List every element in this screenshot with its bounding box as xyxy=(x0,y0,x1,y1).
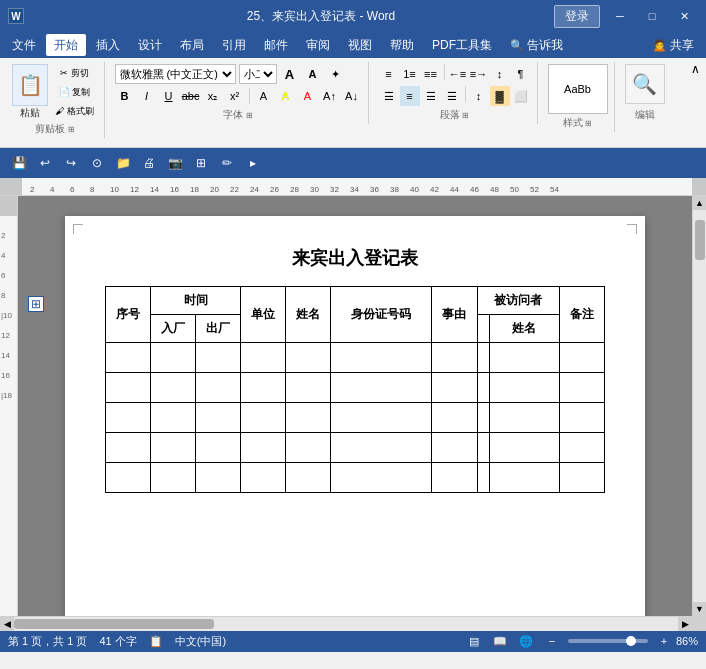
scroll-thumb[interactable] xyxy=(695,220,705,260)
superscript-button[interactable]: x² xyxy=(225,86,245,106)
decrease-indent-button[interactable]: ←≡ xyxy=(448,64,468,84)
increase-indent-button[interactable]: ≡→ xyxy=(469,64,489,84)
minimize-button[interactable]: ─ xyxy=(606,5,634,27)
ruler-mark-24: 24 xyxy=(250,185,259,194)
styles-preview[interactable]: AaBb xyxy=(548,64,608,114)
vert-ruler-8: 8 xyxy=(1,291,5,300)
increase-font-button[interactable]: A xyxy=(280,64,300,84)
add-row-button[interactable]: ⊞ xyxy=(28,296,44,312)
sort-button[interactable]: ↕ xyxy=(490,64,510,84)
text-effect-button[interactable]: A xyxy=(254,86,274,106)
strikethrough-button[interactable]: abc xyxy=(181,86,201,106)
quick-access-toolbar: 💾 ↩ ↪ ⊙ 📁 🖨 📷 ⊞ ✏ ▸ xyxy=(0,148,706,178)
vertical-scrollbar[interactable]: ▲ ▼ xyxy=(692,196,706,616)
ribbon-collapse-button[interactable]: ∧ xyxy=(691,62,700,76)
menu-mail[interactable]: 邮件 xyxy=(256,34,296,56)
qa-more-button[interactable]: ▸ xyxy=(242,152,264,174)
qa-undo-button[interactable]: ↩ xyxy=(34,152,56,174)
menu-home[interactable]: 开始 xyxy=(46,34,86,56)
font-family-select[interactable]: 微软雅黑 (中文正文) xyxy=(115,64,236,84)
zoom-thumb[interactable] xyxy=(626,636,636,646)
qa-print-button[interactable]: 🖨 xyxy=(138,152,160,174)
font-label: 字体 ⊞ xyxy=(115,108,362,122)
menu-review[interactable]: 审阅 xyxy=(298,34,338,56)
scroll-up-button[interactable]: ▲ xyxy=(693,196,707,210)
underline-button[interactable]: U xyxy=(159,86,179,106)
highlight-button[interactable]: A xyxy=(276,86,296,106)
qa-draw-button[interactable]: ✏ xyxy=(216,152,238,174)
print-layout-button[interactable]: ▤ xyxy=(465,632,483,650)
hscroll-track[interactable] xyxy=(14,617,678,631)
ruler-mark-54: 54 xyxy=(550,185,559,194)
line-spacing-button[interactable]: ↕ xyxy=(469,86,489,106)
header-time-in: 入厂 xyxy=(151,315,196,343)
ruler-mark-50: 50 xyxy=(510,185,519,194)
table-row xyxy=(106,463,605,493)
clipboard-sub-btns: ✂ 剪切 📄 复制 🖌 格式刷 xyxy=(51,64,98,120)
zoom-slider[interactable] xyxy=(568,639,648,643)
numbering-button[interactable]: 1≡ xyxy=(400,64,420,84)
menu-layout[interactable]: 布局 xyxy=(172,34,212,56)
zoom-in-button[interactable]: + xyxy=(655,632,673,650)
bold-button[interactable]: B xyxy=(115,86,135,106)
clear-format-button[interactable]: ✦ xyxy=(326,64,346,84)
zoom-out-button[interactable]: − xyxy=(543,632,561,650)
qa-open-button[interactable]: 📁 xyxy=(112,152,134,174)
qa-redo-button[interactable]: ↪ xyxy=(60,152,82,174)
paste-button[interactable]: 📋 粘贴 xyxy=(12,64,48,120)
menu-references[interactable]: 引用 xyxy=(214,34,254,56)
qa-screenshot-button[interactable]: 📷 xyxy=(164,152,186,174)
horizontal-scrollbar[interactable]: ◀ ▶ xyxy=(0,616,706,630)
align-left-button[interactable]: ☰ xyxy=(379,86,399,106)
qa-save-button[interactable]: 💾 xyxy=(8,152,30,174)
menu-file[interactable]: 文件 xyxy=(4,34,44,56)
multilevel-button[interactable]: ≡≡ xyxy=(421,64,441,84)
scroll-right-button[interactable]: ▶ xyxy=(678,617,692,631)
ruler-scale: 2 4 6 8 10 12 14 16 18 20 22 24 26 28 30… xyxy=(22,178,692,196)
qa-table-button[interactable]: ⊞ xyxy=(190,152,212,174)
decrease-font-button[interactable]: A xyxy=(303,64,323,84)
italic-button[interactable]: I xyxy=(137,86,157,106)
shading-button[interactable]: ▓ xyxy=(490,86,510,106)
bullets-button[interactable]: ≡ xyxy=(379,64,399,84)
header-time-out: 出厂 xyxy=(196,315,241,343)
align-center-button[interactable]: ≡ xyxy=(400,86,420,106)
login-button[interactable]: 登录 xyxy=(554,5,600,28)
menu-tell[interactable]: 🔍告诉我 xyxy=(502,34,571,56)
read-mode-button[interactable]: 📖 xyxy=(491,632,509,650)
maximize-button[interactable]: □ xyxy=(638,5,666,27)
menu-design[interactable]: 设计 xyxy=(130,34,170,56)
justify-button[interactable]: ☰ xyxy=(442,86,462,106)
scroll-track[interactable] xyxy=(693,210,707,602)
align-right-button[interactable]: ☰ xyxy=(421,86,441,106)
ruler-mark-2: 2 xyxy=(30,185,34,194)
ruler-left-margin xyxy=(0,178,22,196)
font-color-button[interactable]: A xyxy=(298,86,318,106)
proofing-icon: 📋 xyxy=(149,635,163,648)
ruler-mark-26: 26 xyxy=(270,185,279,194)
format-painter-button[interactable]: 🖌 格式刷 xyxy=(51,103,98,120)
scroll-left-button[interactable]: ◀ xyxy=(0,617,14,631)
font-size-down-button[interactable]: A↓ xyxy=(342,86,362,106)
menu-view[interactable]: 视图 xyxy=(340,34,380,56)
web-layout-button[interactable]: 🌐 xyxy=(517,632,535,650)
menu-share[interactable]: 🙍 共享 xyxy=(644,34,702,56)
menu-insert[interactable]: 插入 xyxy=(88,34,128,56)
qa-autosave-button[interactable]: ⊙ xyxy=(86,152,108,174)
styles-label: 样式 ⊞ xyxy=(563,116,593,130)
border-button[interactable]: ⬜ xyxy=(511,86,531,106)
cut-button[interactable]: ✂ 剪切 xyxy=(51,65,98,82)
ruler-mark-6: 6 xyxy=(70,185,74,194)
document-page: 来宾出入登记表 序号 时间 单位 姓名 身份证号码 事由 被访问者 备注 入厂 xyxy=(65,216,645,616)
hscroll-thumb[interactable] xyxy=(14,619,214,629)
subscript-button[interactable]: x₂ xyxy=(203,86,223,106)
scroll-down-button[interactable]: ▼ xyxy=(693,602,707,616)
copy-button[interactable]: 📄 复制 xyxy=(51,84,98,101)
app-icon: W xyxy=(8,8,24,24)
menu-pdf[interactable]: PDF工具集 xyxy=(424,34,500,56)
show-marks-button[interactable]: ¶ xyxy=(511,64,531,84)
font-size-up-button[interactable]: A↑ xyxy=(320,86,340,106)
menu-help[interactable]: 帮助 xyxy=(382,34,422,56)
font-size-select[interactable]: 小二 xyxy=(239,64,277,84)
close-button[interactable]: ✕ xyxy=(670,5,698,27)
